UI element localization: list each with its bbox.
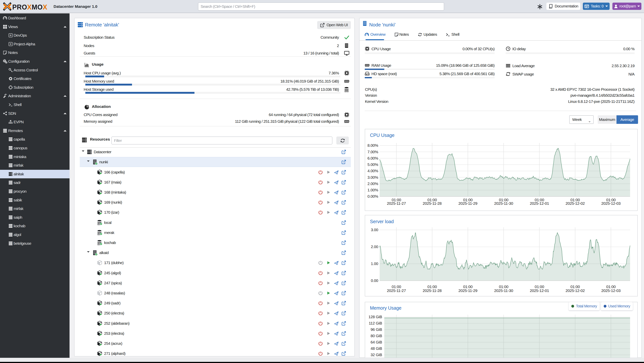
svg-text:2025-11-29: 2025-11-29 — [458, 288, 478, 293]
svg-text:2025-11-28: 2025-11-28 — [422, 288, 442, 293]
svg-text:80 GiB: 80 GiB — [370, 334, 382, 338]
svg-text:2.00%: 2.00% — [367, 182, 378, 186]
svg-text:01:00: 01:00 — [570, 284, 580, 289]
svg-text:01:00: 01:00 — [463, 284, 472, 289]
svg-text:2025-11-28: 2025-11-28 — [422, 201, 442, 206]
svg-text:2025-12-03: 2025-12-03 — [601, 288, 620, 293]
svg-text:7.00%: 7.00% — [367, 150, 378, 154]
svg-text:01:00: 01:00 — [499, 284, 508, 289]
svg-text:112 GiB: 112 GiB — [369, 321, 382, 325]
svg-text:2025-11-30: 2025-11-30 — [494, 288, 513, 293]
svg-text:3.00: 3.00 — [371, 228, 378, 232]
svg-text:32 GiB: 32 GiB — [370, 352, 382, 357]
svg-text:2025-11-27: 2025-11-27 — [387, 288, 406, 293]
svg-text:2025-12-03: 2025-12-03 — [601, 201, 620, 206]
svg-text:64 GiB: 64 GiB — [370, 340, 382, 344]
svg-text:8.00%: 8.00% — [367, 143, 378, 148]
svg-text:96 GiB: 96 GiB — [370, 327, 382, 332]
svg-text:48 GiB: 48 GiB — [370, 346, 382, 350]
svg-text:128 GiB: 128 GiB — [368, 315, 382, 319]
svg-text:2025-11-29: 2025-11-29 — [458, 201, 478, 206]
svg-text:5.00%: 5.00% — [367, 162, 378, 166]
svg-text:4.00%: 4.00% — [367, 169, 378, 173]
svg-text:2025-11-30: 2025-11-30 — [494, 201, 513, 206]
svg-text:2025-12-01: 2025-12-01 — [530, 201, 549, 206]
svg-text:1.00%: 1.00% — [367, 188, 378, 192]
svg-text:6.00%: 6.00% — [367, 156, 378, 160]
svg-text:01:00: 01:00 — [428, 284, 437, 289]
svg-text:2025-11-27: 2025-11-27 — [387, 201, 406, 206]
svg-text:0.00%: 0.00% — [367, 194, 378, 198]
svg-text:01:00: 01:00 — [535, 284, 544, 289]
svg-text:0.00: 0.00 — [371, 278, 378, 283]
svg-text:2025-12-02: 2025-12-02 — [566, 201, 585, 206]
svg-text:1.00: 1.00 — [371, 262, 378, 266]
svg-text:3.00%: 3.00% — [367, 175, 378, 180]
svg-text:2.00: 2.00 — [371, 244, 378, 249]
svg-text:2025-12-02: 2025-12-02 — [566, 288, 585, 293]
svg-text:2025-12-01: 2025-12-01 — [530, 288, 549, 293]
svg-text:01:00: 01:00 — [606, 284, 616, 289]
svg-text:01:00: 01:00 — [392, 284, 401, 289]
